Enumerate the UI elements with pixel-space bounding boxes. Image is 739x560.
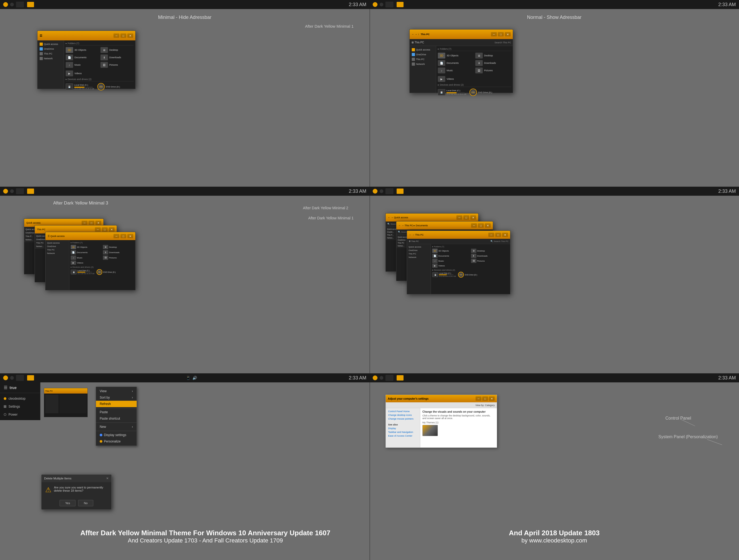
search-icon-4[interactable] <box>380 189 383 193</box>
min-ns2[interactable]: ─ <box>471 223 477 228</box>
search-icon-2[interactable] <box>380 3 383 6</box>
sidebar-network-2[interactable]: Network <box>411 62 435 66</box>
search-icon-5[interactable] <box>10 376 14 380</box>
sidebar-onedrive[interactable]: OneDrive <box>38 46 63 51</box>
task-view-icon-4[interactable] <box>386 188 394 194</box>
start-button-2[interactable] <box>373 2 378 7</box>
folder-downloads[interactable]: ⬇ Downloads <box>101 54 134 60</box>
start-button-5[interactable] <box>3 376 8 380</box>
folder-videos[interactable]: ▶ Videos <box>66 71 134 76</box>
maximize-sw2[interactable]: □ <box>102 227 108 232</box>
min-ns1[interactable]: ─ <box>456 216 462 220</box>
ctx-personalize[interactable]: Personalize <box>96 438 137 445</box>
close-sw1[interactable]: ✕ <box>96 221 101 225</box>
folder-pictures-2[interactable]: 🖼 Pictures <box>475 67 511 74</box>
minimize-btn[interactable]: ─ <box>114 33 119 38</box>
cp-min[interactable]: ─ <box>475 397 481 401</box>
task-view-icon-6[interactable] <box>386 375 394 381</box>
cls-ns1[interactable]: ✕ <box>470 216 476 220</box>
folder-taskbar-icon-3[interactable] <box>27 188 34 194</box>
max-ns3[interactable]: □ <box>495 233 501 237</box>
folder-desktop[interactable]: 🖥 Desktop <box>101 47 134 53</box>
close-btn-2[interactable]: ✕ <box>505 32 511 36</box>
sidebar-onedrive-2[interactable]: OneDrive <box>411 52 435 57</box>
sidebar-quickaccess[interactable]: Quick access <box>38 42 63 46</box>
max-ns2[interactable]: □ <box>478 223 484 228</box>
start-button[interactable] <box>3 2 8 7</box>
task-view-icon-2[interactable] <box>386 2 394 7</box>
minimize-btn-2[interactable]: ─ <box>491 32 497 36</box>
dialog-close-btn[interactable]: ✕ <box>106 476 109 480</box>
minimize-sw1[interactable]: ─ <box>82 221 88 225</box>
folder-taskbar-icon[interactable] <box>27 2 34 7</box>
start-button-3[interactable] <box>3 189 8 193</box>
folder-music-2[interactable]: ♪ Music <box>438 67 474 74</box>
cp-sidebar-home[interactable]: Control Panel Home <box>387 410 419 413</box>
folder-documents-2[interactable]: 📄 Documents <box>438 60 474 66</box>
minimize-sw3[interactable]: ─ <box>114 234 119 238</box>
cp-sidebar-mouse[interactable]: Change mouse pointers <box>387 417 419 421</box>
cls-ns2[interactable]: ✕ <box>485 223 491 228</box>
drive-c-2[interactable]: 💾 Local Disk (C:) 15.6 GB free of 29.4 G… <box>438 89 466 96</box>
start-item-settings[interactable]: Settings <box>0 403 40 411</box>
start-button-4[interactable] <box>373 189 378 193</box>
dialog-yes-btn[interactable]: Yes <box>59 500 76 506</box>
ctx-view[interactable]: View› <box>96 388 137 394</box>
close-btn[interactable]: ✕ <box>127 33 133 38</box>
ctx-refresh[interactable]: Refresh <box>96 401 137 407</box>
ctx-new[interactable]: New› <box>96 424 137 430</box>
ctx-paste-shortcut[interactable]: Paste shortcut <box>96 415 137 422</box>
cp-sidebar-desktop-icons[interactable]: Change desktop icons <box>387 413 419 417</box>
drive-c[interactable]: 💾 Local Disk (C:) 15.6 GB free of 29.4 G… <box>66 84 94 90</box>
max-ns1[interactable]: □ <box>463 216 469 220</box>
ctx-sortby[interactable]: Sort by› <box>96 394 137 401</box>
ctx-display[interactable]: Display settings <box>96 432 137 438</box>
cp-max[interactable]: □ <box>482 397 488 401</box>
folder-taskbar-icon-2[interactable] <box>397 2 404 7</box>
sidebar-network[interactable]: Network <box>38 56 63 61</box>
cp-viewby[interactable]: View by: Category <box>475 404 495 407</box>
sidebar-thispc[interactable]: This PC <box>38 51 63 56</box>
maximize-sw3[interactable]: □ <box>120 234 126 238</box>
folder-taskbar-icon-6[interactable] <box>397 375 404 381</box>
minimize-sw2[interactable]: ─ <box>95 227 101 232</box>
start-item-cleo[interactable]: cleodesktop <box>0 395 40 403</box>
maximize-btn[interactable]: □ <box>120 33 126 38</box>
folder-documents[interactable]: 📄 Documents <box>66 54 99 60</box>
min-ns3[interactable]: ─ <box>488 233 494 237</box>
folder-downloads-2[interactable]: ⬇ Downloads <box>475 60 511 66</box>
close-sw3[interactable]: ✕ <box>127 234 133 238</box>
search-icon-6[interactable] <box>380 376 383 380</box>
cp-display-link[interactable]: Display <box>387 426 419 430</box>
theme-thumbnail[interactable] <box>422 425 438 436</box>
search-icon[interactable] <box>10 3 14 6</box>
task-view-icon-3[interactable] <box>16 188 24 194</box>
address-bar-2[interactable]: 🖥 This PC Search This PC <box>410 39 513 46</box>
close-sw2[interactable]: ✕ <box>109 227 115 232</box>
drive-d[interactable]: DVD DVD Drive (D:) <box>97 83 120 91</box>
folder-taskbar-icon-5[interactable] <box>27 375 34 381</box>
folder-desktop-2[interactable]: 🖥 Desktop <box>475 53 511 58</box>
folder-pictures[interactable]: 🖼 Pictures <box>101 62 134 68</box>
sidebar-thispc-2[interactable]: This PC <box>411 57 435 62</box>
cp-ease-link[interactable]: Ease of Access Center <box>387 434 419 438</box>
cp-taskbar-link[interactable]: Taskbar and Navigation <box>387 430 419 434</box>
ctx-paste[interactable]: Paste <box>96 409 137 415</box>
dialog-no-btn[interactable]: No <box>78 500 93 506</box>
folder-taskbar-icon-4[interactable] <box>397 188 404 194</box>
folder-music[interactable]: ♪ Music <box>66 62 99 68</box>
search-icon-3[interactable] <box>10 189 14 193</box>
start-button-6[interactable] <box>373 376 378 380</box>
task-view-icon-5[interactable] <box>16 375 24 381</box>
cls-ns3[interactable]: ✕ <box>502 233 508 237</box>
task-view-icon[interactable] <box>16 2 24 7</box>
folder-3dobjects-2[interactable]: 3D 3D Objects <box>438 53 474 58</box>
sidebar-quickaccess-2[interactable]: Quick access <box>411 47 435 52</box>
cp-close[interactable]: ✕ <box>489 397 495 401</box>
drive-d-2[interactable]: DVD DVD Drive (D:) <box>469 89 492 96</box>
start-item-power[interactable]: Power <box>0 411 40 419</box>
maximize-btn-2[interactable]: □ <box>498 32 504 36</box>
folder-videos-2[interactable]: ▶ Videos <box>438 76 511 82</box>
maximize-sw1[interactable]: □ <box>89 221 94 225</box>
folder-3dobjects[interactable]: 3D 3D Objects <box>66 47 99 53</box>
